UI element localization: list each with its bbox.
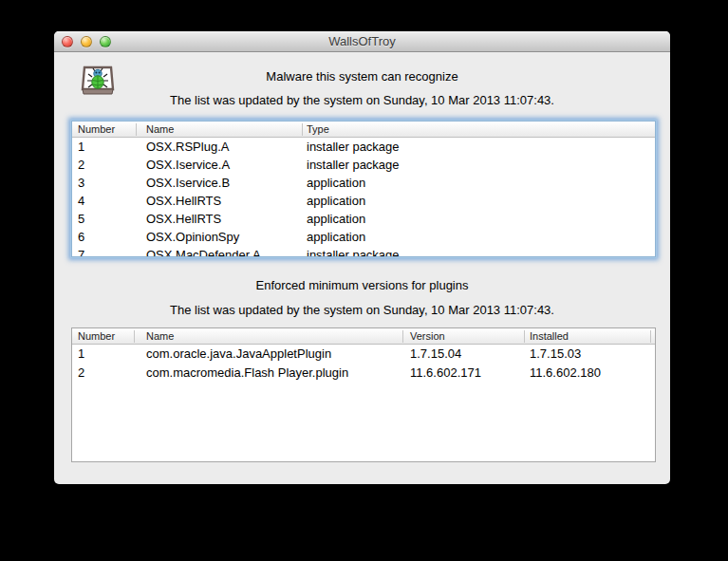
cell-number: 7 <box>78 246 84 256</box>
cell-type: application <box>307 210 365 228</box>
cell-number: 3 <box>78 174 84 192</box>
zoom-button[interactable] <box>100 36 111 47</box>
header-version[interactable]: Version <box>410 328 445 345</box>
malware-section-updated: The list was updated by the system on Su… <box>54 93 670 107</box>
cell-type: installer package <box>307 246 400 256</box>
table-row[interactable]: 2 com.macromedia.Flash Player.plugin 11.… <box>72 364 655 383</box>
header-name[interactable]: Name <box>146 122 174 138</box>
table-row[interactable]: 6 OSX.OpinionSpy application <box>72 228 655 246</box>
malware-table-body: 1 OSX.RSPlug.A installer package 2 OSX.I… <box>72 138 655 256</box>
column-separator <box>134 330 135 343</box>
table-row[interactable]: 2 OSX.Iservice.A installer package <box>72 156 655 174</box>
header-number[interactable]: Number <box>78 328 115 345</box>
cell-type: installer package <box>307 138 400 156</box>
cell-number: 2 <box>78 156 84 174</box>
cell-number: 2 <box>78 364 84 383</box>
cell-number: 4 <box>78 192 84 210</box>
column-separator <box>302 123 303 136</box>
cell-number: 5 <box>78 210 84 228</box>
cell-name: OSX.HellRTS <box>146 210 221 228</box>
table-row[interactable]: 5 OSX.HellRTS application <box>72 210 655 228</box>
plugins-table[interactable]: Number Name Version Installed 1 com.orac… <box>71 327 656 462</box>
cell-type: application <box>307 192 365 210</box>
cell-name: com.oracle.java.JavaAppletPlugin <box>146 345 331 364</box>
cell-name: OSX.Iservice.A <box>146 156 230 174</box>
plugins-section-title: Enforced minimum versions for plugins <box>54 278 670 292</box>
cell-type: application <box>307 174 365 192</box>
header-number[interactable]: Number <box>78 122 115 138</box>
header-name[interactable]: Name <box>146 328 174 345</box>
titlebar[interactable]: WallsOfTroy <box>54 31 670 52</box>
malware-section-title: Malware this system can recognize <box>54 69 670 84</box>
table-row[interactable]: 4 OSX.HellRTS application <box>72 192 655 210</box>
cell-number: 6 <box>78 228 84 246</box>
cell-name: OSX.Iservice.B <box>146 174 230 192</box>
malware-table[interactable]: Number Name Type 1 OSX.RSPlug.A installe… <box>71 121 656 257</box>
column-separator <box>650 330 651 343</box>
table-row-clipped[interactable]: 7 OSX.MacDefender.A installer package <box>72 246 655 256</box>
minimize-button[interactable] <box>81 36 92 47</box>
cell-name: OSX.RSPlug.A <box>146 138 229 156</box>
cell-version: 11.6.602.171 <box>410 364 481 383</box>
cell-number: 1 <box>78 345 84 364</box>
cell-name: com.macromedia.Flash Player.plugin <box>146 364 348 383</box>
header-type[interactable]: Type <box>307 122 329 138</box>
cell-installed: 11.6.602.180 <box>530 364 601 383</box>
plugins-table-body: 1 com.oracle.java.JavaAppletPlugin 1.7.1… <box>72 345 655 461</box>
cell-name: OSX.HellRTS <box>146 192 221 210</box>
table-row[interactable]: 3 OSX.Iservice.B application <box>72 174 655 192</box>
table-row[interactable]: 1 OSX.RSPlug.A installer package <box>72 138 655 156</box>
column-separator <box>524 330 525 343</box>
window-title: WallsOfTroy <box>54 31 670 52</box>
cell-version: 1.7.15.04 <box>410 345 461 364</box>
malware-table-header: Number Name Type <box>72 122 655 138</box>
cell-type: application <box>307 228 365 246</box>
cell-name: OSX.MacDefender.A <box>146 246 261 256</box>
table-row[interactable]: 1 com.oracle.java.JavaAppletPlugin 1.7.1… <box>72 345 655 364</box>
column-separator <box>402 330 403 343</box>
plugins-section-updated: The list was updated by the system on Su… <box>54 303 670 317</box>
cell-number: 1 <box>78 138 84 156</box>
cell-installed: 1.7.15.03 <box>530 345 581 364</box>
cell-type: installer package <box>307 156 400 174</box>
cell-name: OSX.OpinionSpy <box>146 228 239 246</box>
close-button[interactable] <box>62 36 73 47</box>
header-installed[interactable]: Installed <box>530 328 569 345</box>
app-window: WallsOfTroy Malware this system <box>54 31 670 484</box>
column-separator <box>136 123 137 136</box>
plugins-table-header: Number Name Version Installed <box>72 328 655 345</box>
